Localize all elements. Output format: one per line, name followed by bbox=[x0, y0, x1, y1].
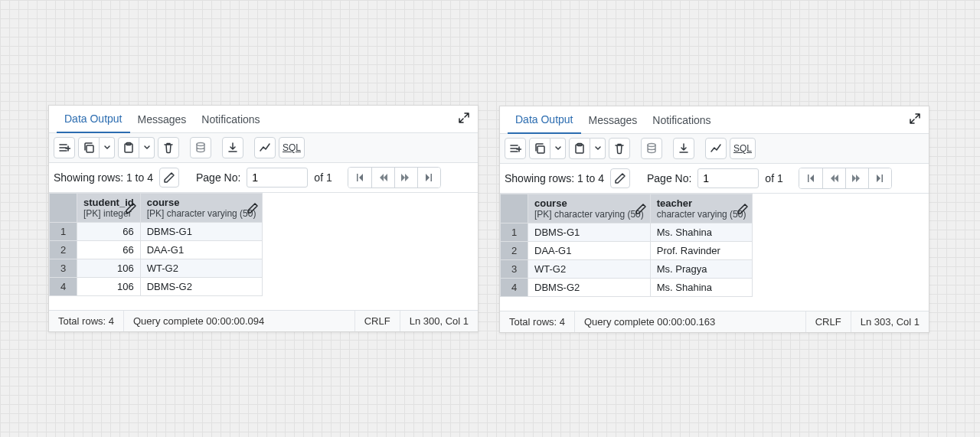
grid: course [PK] character varying (50) teach… bbox=[500, 194, 929, 311]
pager: Showing rows: 1 to 4 Page No: of 1 bbox=[49, 163, 478, 193]
paste-button[interactable] bbox=[569, 138, 590, 159]
table-row: 3WT-G2Ms. Pragya bbox=[501, 260, 753, 279]
status-query-time: Query complete 00:00:00.094 bbox=[124, 311, 355, 331]
cell[interactable]: DBMS-G1 bbox=[528, 223, 651, 242]
column-name: teacher bbox=[657, 197, 746, 209]
table-row: 2DAA-G1Prof. Ravinder bbox=[501, 242, 753, 260]
cell[interactable]: Ms. Shahina bbox=[650, 279, 753, 297]
status-eol: CRLF bbox=[355, 311, 400, 331]
tab-messages[interactable]: Messages bbox=[130, 106, 194, 133]
column-header[interactable]: course [PK] character varying (50) bbox=[528, 194, 651, 223]
paste-button[interactable] bbox=[118, 137, 139, 158]
tab-label: Messages bbox=[589, 114, 638, 126]
page-input[interactable] bbox=[697, 168, 759, 188]
page-of-label: of 1 bbox=[314, 171, 332, 184]
save-data-button[interactable] bbox=[641, 138, 662, 159]
column-header[interactable]: teacher character varying (50) bbox=[650, 194, 753, 223]
tab-data-output[interactable]: Data Output bbox=[508, 106, 581, 134]
prev-page-button[interactable] bbox=[822, 168, 845, 188]
result-panel-right: Data Output Messages Notifications SQL S… bbox=[499, 106, 929, 333]
cell[interactable]: DBMS-G2 bbox=[140, 278, 263, 296]
copy-button[interactable] bbox=[529, 138, 550, 159]
chart-button[interactable] bbox=[254, 137, 276, 158]
cell[interactable]: DBMS-G2 bbox=[528, 279, 651, 297]
tab-label: Data Output bbox=[64, 113, 122, 125]
cell[interactable]: DAA-G1 bbox=[528, 242, 651, 260]
row-number[interactable]: 4 bbox=[50, 278, 77, 296]
first-page-button[interactable] bbox=[799, 168, 822, 188]
delete-button[interactable] bbox=[158, 137, 179, 158]
paste-dropdown[interactable] bbox=[139, 137, 155, 158]
copy-button[interactable] bbox=[78, 137, 100, 158]
next-page-button[interactable] bbox=[845, 168, 868, 188]
table-row: 3106WT-G2 bbox=[50, 259, 263, 278]
row-number[interactable]: 1 bbox=[50, 223, 77, 241]
row-number[interactable]: 2 bbox=[50, 241, 77, 259]
svg-rect-0 bbox=[87, 145, 93, 152]
rows-label: Showing rows: 1 to 4 bbox=[54, 171, 153, 184]
status-total-rows: Total rows: 4 bbox=[49, 311, 124, 331]
row-number[interactable]: 3 bbox=[501, 260, 528, 279]
cell[interactable]: 66 bbox=[77, 241, 141, 259]
pencil-icon[interactable] bbox=[737, 203, 749, 215]
cell[interactable]: DAA-G1 bbox=[140, 241, 263, 259]
column-name: course bbox=[147, 197, 256, 208]
add-row-button[interactable] bbox=[505, 138, 526, 159]
column-header[interactable]: student_id [PK] integer bbox=[77, 194, 141, 223]
copy-dropdown[interactable] bbox=[100, 137, 115, 158]
tab-label: Notifications bbox=[652, 114, 710, 126]
page-input[interactable] bbox=[247, 168, 308, 188]
page-label: Page No: bbox=[647, 172, 691, 184]
edit-rows-button[interactable] bbox=[610, 168, 630, 188]
delete-button[interactable] bbox=[609, 138, 630, 159]
last-page-button[interactable] bbox=[417, 168, 440, 188]
add-row-button[interactable] bbox=[54, 137, 75, 158]
grid: student_id [PK] integer course [PK] char… bbox=[49, 193, 478, 310]
row-number[interactable]: 1 bbox=[501, 223, 528, 242]
download-button[interactable] bbox=[222, 137, 243, 158]
tab-data-output[interactable]: Data Output bbox=[57, 106, 130, 133]
pencil-icon[interactable] bbox=[125, 202, 137, 214]
cell[interactable]: DBMS-G1 bbox=[140, 223, 263, 241]
paste-dropdown[interactable] bbox=[590, 138, 606, 159]
sql-button[interactable]: SQL bbox=[730, 138, 756, 159]
row-number[interactable]: 2 bbox=[501, 242, 528, 260]
pencil-icon[interactable] bbox=[247, 202, 259, 214]
edit-rows-button[interactable] bbox=[159, 168, 179, 188]
chart-button[interactable] bbox=[705, 138, 727, 159]
expand-icon[interactable] bbox=[458, 112, 470, 124]
cell[interactable]: WT-G2 bbox=[140, 259, 263, 278]
cell[interactable]: 66 bbox=[77, 223, 141, 241]
save-data-button[interactable] bbox=[190, 137, 211, 158]
sql-button[interactable]: SQL bbox=[279, 137, 305, 158]
row-number[interactable]: 3 bbox=[50, 259, 77, 278]
cell[interactable]: 106 bbox=[77, 278, 141, 296]
last-page-button[interactable] bbox=[868, 168, 891, 188]
corner-cell[interactable] bbox=[501, 194, 528, 223]
row-number[interactable]: 4 bbox=[501, 279, 528, 297]
tab-notifications[interactable]: Notifications bbox=[645, 106, 718, 134]
cell[interactable]: WT-G2 bbox=[528, 260, 651, 279]
expand-icon[interactable] bbox=[909, 113, 921, 125]
toolbar: SQL bbox=[500, 134, 929, 164]
status-cursor: Ln 303, Col 1 bbox=[851, 311, 929, 332]
pencil-icon[interactable] bbox=[635, 203, 647, 215]
copy-dropdown[interactable] bbox=[550, 138, 566, 159]
tab-label: Data Output bbox=[515, 113, 573, 126]
first-page-button[interactable] bbox=[348, 168, 371, 188]
cell[interactable]: 106 bbox=[77, 259, 141, 278]
tab-messages[interactable]: Messages bbox=[581, 106, 645, 134]
download-button[interactable] bbox=[673, 138, 694, 159]
column-header[interactable]: course [PK] character varying (50) bbox=[140, 194, 263, 223]
cell[interactable]: Ms. Shahina bbox=[650, 223, 753, 242]
cell[interactable]: Ms. Pragya bbox=[650, 260, 753, 279]
page-label: Page No: bbox=[196, 171, 240, 184]
status-bar: Total rows: 4 Query complete 00:00:00.16… bbox=[500, 311, 929, 332]
cell[interactable]: Prof. Ravinder bbox=[650, 242, 753, 260]
table-row: 1DBMS-G1Ms. Shahina bbox=[501, 223, 753, 242]
tab-notifications[interactable]: Notifications bbox=[194, 106, 267, 133]
status-eol: CRLF bbox=[806, 311, 851, 332]
prev-page-button[interactable] bbox=[371, 168, 394, 188]
next-page-button[interactable] bbox=[394, 168, 417, 188]
corner-cell[interactable] bbox=[50, 194, 77, 223]
